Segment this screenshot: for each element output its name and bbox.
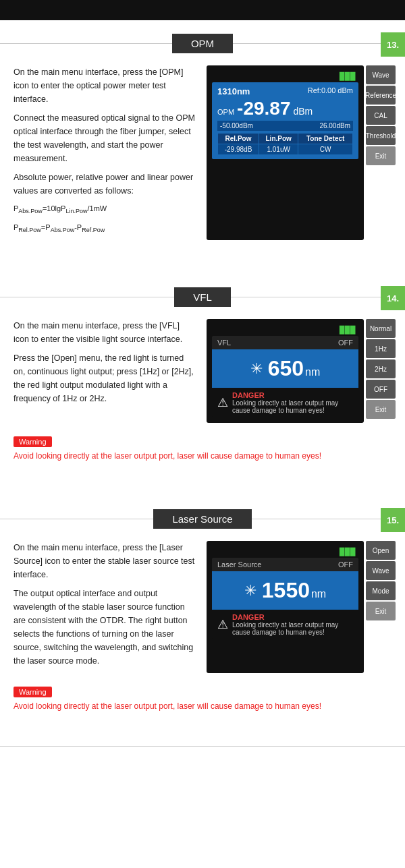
section-title-laser: Laser Source xyxy=(153,509,251,529)
laser-warning: Warning Avoid looking directly at the la… xyxy=(0,681,405,712)
header-line-left-vfl xyxy=(0,297,174,297)
vfl-star-icon: ✳ xyxy=(250,360,263,378)
opm-btn-reference[interactable]: Reference xyxy=(366,86,396,105)
laser-warning-badge: Warning xyxy=(14,687,52,697)
opm-btn-cal[interactable]: CAL xyxy=(366,106,396,125)
opm-desc-1: On the main menu interface, press the [O… xyxy=(14,65,197,106)
section-vfl: VFL 14. On the main menu interface, pres… xyxy=(0,274,405,475)
danger-icon-vfl: ⚠ xyxy=(217,395,228,410)
laser-display: Laser Source OFF ✳ 1550 nm ⚠ DANGER xyxy=(212,558,358,639)
laser-warning-text: Avoid looking directly at the laser outp… xyxy=(14,700,396,712)
opm-col-tone: Tone Detect xyxy=(298,134,353,144)
opm-range-min: -50.00dBm xyxy=(220,122,253,129)
opm-value: -29.87 xyxy=(237,98,290,119)
laser-device: ▉▉▉ Laser Source OFF ✳ 1550 nm xyxy=(207,541,396,673)
vfl-warning-text: Avoid looking directly at the laser outp… xyxy=(14,450,396,462)
vfl-btn-2hz[interactable]: 2Hz xyxy=(366,359,396,378)
section-title-vfl: VFL xyxy=(174,287,231,307)
section-number-opm: 13. xyxy=(381,32,405,57)
opm-formula-1: PAbs.Pow=10lgPLin.Pow/1mW xyxy=(14,203,197,216)
laser-wavelength-display: ✳ 1550 nm xyxy=(212,571,358,610)
opm-range-bar: -50.00dBm 26.00dBm xyxy=(217,121,353,131)
opm-label: OPM xyxy=(217,108,234,116)
vfl-buttons: Normal 1Hz 2Hz OFF Exit xyxy=(366,319,396,423)
vfl-danger-text: Looking directly at laser output may cau… xyxy=(232,399,353,414)
vfl-btn-exit[interactable]: Exit xyxy=(366,400,396,419)
laser-top-bar: Laser Source OFF xyxy=(212,558,358,571)
opm-cell-lin: 1.01uW xyxy=(259,144,298,155)
opm-btn-threshold[interactable]: Threshold xyxy=(366,126,396,145)
opm-desc-2: Connect the measured optical signal to t… xyxy=(14,111,197,165)
section-body-laser: On the main menu interface, press the [L… xyxy=(0,541,405,673)
opm-top-row: 1310nm Ref:0.00 dBm xyxy=(217,86,353,96)
opm-table: Rel.Pow Lin.Pow Tone Detect -29.98dB 1.0… xyxy=(217,133,353,155)
section-body-vfl: On the main menu interface, press the [V… xyxy=(0,319,405,423)
section-laser-source: Laser Source 15. On the main menu interf… xyxy=(0,496,405,726)
section-header-opm: OPM 13. xyxy=(0,34,405,53)
section-header-laser: Laser Source 15. xyxy=(0,509,405,529)
opm-buttons: Wave Reference CAL Threshold Exit xyxy=(366,65,396,240)
opm-btn-exit[interactable]: Exit xyxy=(366,146,396,165)
laser-desc-1: On the main menu interface, press the [L… xyxy=(14,541,197,581)
opm-screen-header: ▉▉▉ xyxy=(212,71,358,82)
vfl-screen: ▉▉▉ VFL OFF ✳ 650 nm ⚠ xyxy=(207,319,364,423)
vfl-warning-badge: Warning xyxy=(14,436,52,447)
vfl-danger-title: DANGER xyxy=(232,391,353,399)
opm-display: 1310nm Ref:0.00 dBm OPM -29.87 dBm -50.0… xyxy=(212,82,358,159)
laser-nm-unit: nm xyxy=(311,588,326,600)
laser-btn-open[interactable]: Open xyxy=(366,541,396,560)
laser-btn-wave[interactable]: Wave xyxy=(366,561,396,580)
vfl-danger-box: ⚠ DANGER Looking directly at laser outpu… xyxy=(212,388,358,417)
header-line-right xyxy=(233,43,405,44)
laser-danger-title: DANGER xyxy=(232,613,353,621)
vfl-btn-off[interactable]: OFF xyxy=(366,380,396,399)
laser-top-status: OFF xyxy=(338,560,353,569)
opm-col-rel: Rel.Pow xyxy=(218,134,259,144)
vfl-nm-value: 650 xyxy=(268,356,304,381)
vfl-wavelength-display: ✳ 650 nm xyxy=(212,349,358,388)
opm-btn-wave[interactable]: Wave xyxy=(366,65,396,84)
vfl-description: On the main menu interface, press the [V… xyxy=(14,319,197,423)
top-bar xyxy=(0,0,405,20)
section-title-opm: OPM xyxy=(172,34,233,53)
opm-formula-2: PRel.Pow=PAbs.Pow-PRef.Pow xyxy=(14,222,197,235)
section-header-vfl: VFL 14. xyxy=(0,287,405,307)
vfl-display: VFL OFF ✳ 650 nm ⚠ DANGER xyxy=(212,336,358,417)
opm-main-value: OPM -29.87 dBm xyxy=(217,98,353,119)
vfl-top-label: VFL xyxy=(217,339,231,347)
laser-btn-mode[interactable]: Mode xyxy=(366,581,396,600)
laser-btn-exit[interactable]: Exit xyxy=(366,602,396,620)
opm-cell-rel: -29.98dB xyxy=(218,144,259,155)
opm-cell-tone: CW xyxy=(298,144,353,155)
opm-range-max: 26.00dBm xyxy=(319,122,350,129)
vfl-device: ▉▉▉ VFL OFF ✳ 650 nm ⚠ xyxy=(207,319,396,423)
battery-icon-laser: ▉▉▉ xyxy=(340,548,356,556)
vfl-screen-header: ▉▉▉ xyxy=(212,324,358,336)
battery-icon-vfl: ▉▉▉ xyxy=(340,326,356,335)
bottom-divider xyxy=(0,746,405,773)
section-number-laser: 15. xyxy=(381,508,405,532)
vfl-btn-1hz[interactable]: 1Hz xyxy=(366,339,396,358)
vfl-btn-normal[interactable]: Normal xyxy=(366,319,396,338)
header-line-right-vfl xyxy=(231,297,405,297)
laser-star-icon: ✳ xyxy=(244,582,256,600)
laser-nm-value: 1550 xyxy=(262,578,310,603)
opm-desc-3: Absolute power, relative power and linea… xyxy=(14,171,197,198)
opm-screen: ▉▉▉ 1310nm Ref:0.00 dBm OPM -29.87 dBm -… xyxy=(207,65,364,240)
battery-icon-opm: ▉▉▉ xyxy=(340,72,356,81)
section-number-vfl: 14. xyxy=(381,286,405,310)
laser-desc-2: The output optical interface and output … xyxy=(14,587,197,668)
vfl-top-status: OFF xyxy=(338,339,353,347)
vfl-nm-unit: nm xyxy=(305,366,320,378)
opm-description: On the main menu interface, press the [O… xyxy=(14,65,197,240)
opm-col-lin: Lin.Pow xyxy=(259,134,298,144)
opm-device: ▉▉▉ 1310nm Ref:0.00 dBm OPM -29.87 dBm -… xyxy=(207,65,396,240)
laser-screen-header: ▉▉▉ xyxy=(212,546,358,558)
opm-unit: dBm xyxy=(293,106,313,117)
section-body-opm: On the main menu interface, press the [O… xyxy=(0,65,405,240)
laser-description: On the main menu interface, press the [L… xyxy=(14,541,197,673)
opm-ref: Ref:0.00 dBm xyxy=(308,86,353,96)
laser-screen: ▉▉▉ Laser Source OFF ✳ 1550 nm xyxy=(207,541,364,673)
opm-wavelength: 1310nm xyxy=(217,86,250,96)
vfl-top-bar: VFL OFF xyxy=(212,336,358,349)
